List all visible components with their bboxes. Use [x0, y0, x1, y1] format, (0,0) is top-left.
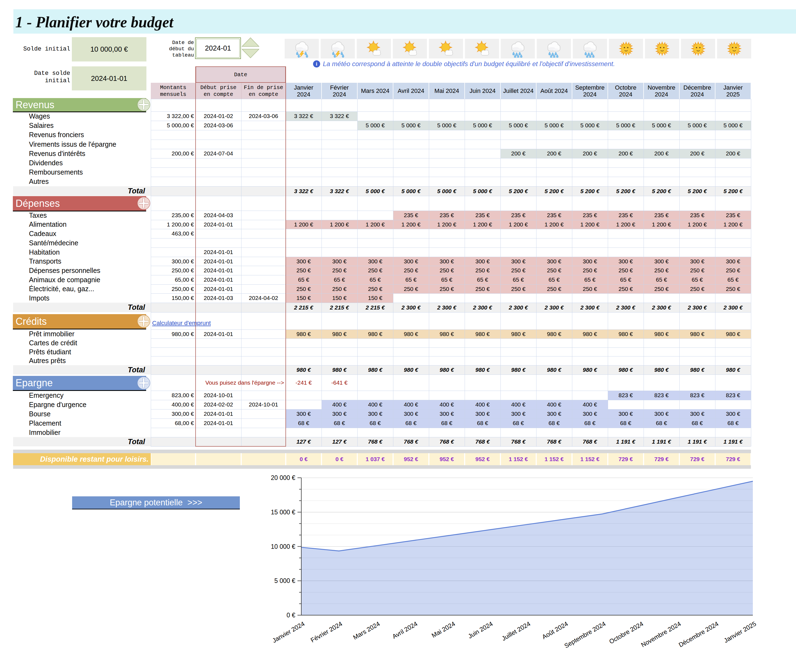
svg-text:Décembre 2024: Décembre 2024	[678, 620, 720, 648]
svg-text:15 000 €: 15 000 €	[271, 509, 295, 516]
svg-text:10 000 €: 10 000 €	[271, 543, 295, 550]
svg-text:Juin 2024: Juin 2024	[467, 620, 494, 640]
svg-text:Novembre 2024: Novembre 2024	[640, 620, 682, 648]
svg-text:Mars 2024: Mars 2024	[352, 620, 381, 641]
svg-text:Octobre 2024: Octobre 2024	[608, 620, 645, 645]
svg-text:Août 2024: Août 2024	[541, 620, 569, 641]
svg-text:Juillet 2024: Juillet 2024	[500, 620, 532, 642]
svg-text:Septembre 2024: Septembre 2024	[563, 620, 607, 650]
svg-text:Janvier 2024: Janvier 2024	[271, 620, 306, 644]
svg-text:Mai 2024: Mai 2024	[430, 620, 456, 639]
svg-text:0 €: 0 €	[286, 612, 295, 619]
svg-text:Février 2024: Février 2024	[309, 620, 344, 644]
svg-text:Janvier 2025: Janvier 2025	[722, 620, 757, 644]
svg-text:20 000 €: 20 000 €	[271, 474, 295, 481]
svg-text:Avril 2024: Avril 2024	[391, 620, 419, 640]
svg-text:5 000 €: 5 000 €	[274, 577, 295, 584]
